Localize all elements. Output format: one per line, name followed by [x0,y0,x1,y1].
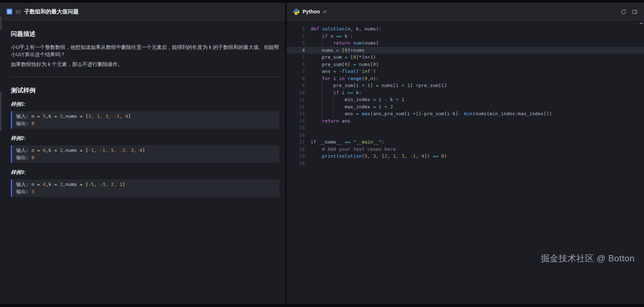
line-number: 3 [287,40,305,47]
code-text: ans = -float('inf') [311,68,376,75]
code-text: def solution(n, k, nums): [311,25,382,33]
line-number: 1 [287,25,305,33]
line-number: 16 [287,132,305,139]
line-number: 17 [287,138,305,146]
code-line-3[interactable]: 3 return sum(nums) [287,40,644,47]
sample-label: 样例1: [11,101,279,108]
indent-guide [333,89,333,117]
editor-panel: Python ⇄ 1def solution(n, k, nums):2 if … [287,3,644,304]
problem-content: 问题描述 小U手上有一个整数数组，他想知道如果从数组中删除任意一个元素后，能得到… [0,20,285,304]
code-line-12[interactable]: 12 max_index = i + 2 [287,103,644,111]
code-text: return sum(nums) [311,40,379,47]
sample-block: 输入: n = 4,k = 2,nums = [-5, -3, 2, 1]输出:… [11,179,279,197]
line-number: 5 [287,54,305,61]
sample-input: 输入: n = 5,k = 3,nums = [2, 1, 3, -1, 4] [16,113,275,120]
workspace: 92 子数组和的最大值问题 问题描述 小U手上有一个整数数组，他想知道如果从数组… [0,0,644,304]
code-line-7[interactable]: 7 ans = -float('inf') [287,68,644,75]
samples-heading: 测试样例 [11,86,279,95]
code-line-9[interactable]: 9 pre_sum[i + 1] = nums[i + 1] +pre_sum[… [287,82,644,89]
editor-actions [621,9,637,14]
code-text: pre_sum[0] = nums[0] [311,61,379,68]
code-text: for i in range(0,n): [311,75,379,82]
sample-output: 输出: 3 [16,188,275,195]
problem-panel: 92 子数组和的最大值问题 问题描述 小U手上有一个整数数组，他想知道如果从数组… [0,3,285,304]
code-text: # Add your test cases here [311,146,396,153]
code-line-18[interactable]: 18 # Add your test cases here [287,146,644,153]
left-scrollbar-thumb-2[interactable] [0,92,1,131]
code-text: pre_sum[i + 1] = nums[i + 1] +pre_sum[i] [311,82,447,89]
description-heading: 问题描述 [11,30,279,38]
code-text: max_index = i + 2 [311,103,393,111]
code-line-15[interactable]: 15 [287,124,644,132]
line-number: 18 [287,146,305,153]
problem-title: 子数组和的最大值问题 [24,8,78,15]
code-text: print(solution(5, 3, [2, 1, 3, -1, 4]) =… [311,153,447,160]
sample-output: 输出: 8 [16,154,275,161]
watermark: 掘金技术社区 @ Botton [541,253,635,264]
line-number: 2 [287,33,305,40]
section-divider [11,76,279,77]
problem-grid-icon [7,9,12,14]
code-text: if __name__ == "__main__": [311,138,385,146]
line-number: 19 [287,153,305,160]
code-text: nums = [0]+nums [311,47,365,54]
left-scrollbar-thumb-1[interactable] [0,16,1,30]
samples-list: 样例1:输入: n = 5,k = 3,nums = [2, 1, 3, -1,… [11,101,279,197]
indent-guide [322,32,322,124]
line-number: 10 [287,89,305,96]
sample-label: 样例3: [11,169,279,176]
description-line-1: 小U手上有一个整数数组，他想知道如果从数组中删除任意一个元素后，能得到的长度为 … [11,43,279,58]
code-line-6[interactable]: 6 pre_sum[0] = nums[0] [287,61,644,68]
code-line-19[interactable]: 19 print(solution(5, 3, [2, 1, 3, -1, 4]… [287,153,644,160]
sample-block: 输入: n = 5,k = 3,nums = [2, 1, 3, -1, 4]输… [11,111,279,129]
code-line-16[interactable]: 16 [287,132,644,139]
python-icon [293,9,299,15]
code-line-14[interactable]: 14 return ans [287,117,644,125]
sample-block: 输入: n = 6,k = 2,nums = [-1, -1, 5, -2, 3… [11,145,279,163]
toggle-layout-button[interactable] [632,9,637,14]
description-line-2: 如果数组恰好为 k 个元素，那么不进行删除操作。 [11,61,279,68]
editor-header: Python ⇄ [287,3,644,20]
line-number: 7 [287,68,305,75]
code-line-10[interactable]: 10 if i >= k: [287,89,644,96]
line-number: 8 [287,75,305,82]
code-text: ans = max(ans,pre_sum[i +1]-pre_sum[i-k]… [311,110,552,117]
code-line-1[interactable]: 1def solution(n, k, nums): [287,25,644,33]
problem-number: 92 [16,9,21,14]
sample-output: 输出: 8 [16,120,275,127]
line-number: 6 [287,61,305,68]
line-number: 15 [287,124,305,132]
line-number: 14 [287,117,305,125]
code-line-20[interactable]: 20 [287,160,644,167]
reset-code-button[interactable] [621,9,626,14]
code-line-8[interactable]: 8 for i in range(0,n): [287,75,644,82]
code-text: pre_sum = [0]*(n+1) [311,54,376,61]
code-line-17[interactable]: 17if __name__ == "__main__": [287,138,644,146]
editor-scrollbar-mark [640,23,643,24]
code-line-4[interactable]: 4 nums = [0]+nums [287,47,644,54]
code-line-11[interactable]: 11 min_index = i - k + 1 [287,96,644,103]
code-line-2[interactable]: 2 if n == k : [287,33,644,40]
language-swap-icon[interactable]: ⇄ [323,9,327,14]
code-line-5[interactable]: 5 pre_sum = [0]*(n+1) [287,54,644,61]
line-number: 20 [287,160,305,167]
sample-input: 输入: n = 4,k = 2,nums = [-5, -3, 2, 1] [16,181,275,188]
problem-header: 92 子数组和的最大值问题 [0,3,285,20]
code-text: min_index = i - k + 1 [311,96,404,103]
line-number: 9 [287,82,305,89]
sample-label: 样例2: [11,135,279,142]
line-number: 13 [287,110,305,117]
code-text: return ans [311,117,350,125]
code-line-13[interactable]: 13 ans = max(ans,pre_sum[i +1]-pre_sum[i… [287,110,644,117]
line-number: 4 [287,47,305,54]
line-number: 11 [287,96,305,103]
language-label: Python [303,9,320,14]
line-number: 12 [287,103,305,111]
code-text: if n == k : [311,33,353,40]
code-lines: 1def solution(n, k, nums):2 if n == k :3… [287,25,644,167]
sample-input: 输入: n = 6,k = 2,nums = [-1, -1, 5, -2, 3… [16,147,275,154]
code-text: if i >= k: [311,89,362,96]
